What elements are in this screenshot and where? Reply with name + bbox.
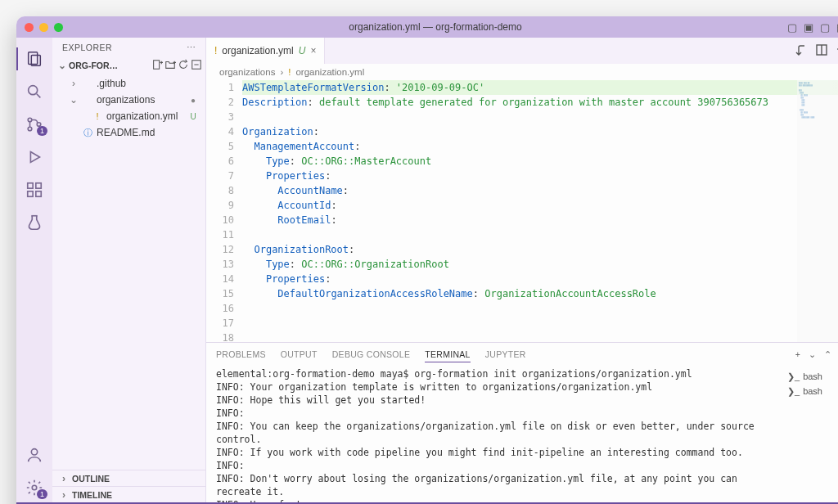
collapse-icon[interactable] xyxy=(191,59,202,72)
code-line[interactable]: OrganizationRoot: xyxy=(242,242,838,257)
timeline-section[interactable]: ›TIMELINE xyxy=(52,486,205,502)
panel-tab-jupyter[interactable]: JUPYTER xyxy=(485,349,526,359)
tab-label: organization.yml xyxy=(222,45,293,56)
code-line[interactable] xyxy=(242,331,838,342)
panel-tab-output[interactable]: OUTPUT xyxy=(281,349,318,359)
code-line[interactable]: Type: OC::ORG::MasterAccount xyxy=(242,154,838,169)
explorer-title: EXPLORER xyxy=(62,43,112,52)
yaml-file-icon: ! xyxy=(288,67,291,77)
panel-body: elemental:org-formation-demo maya$ org-f… xyxy=(206,366,838,502)
code-line[interactable]: AccountName: xyxy=(242,183,838,198)
folder-header[interactable]: ⌄ ORG-FOR… xyxy=(52,57,205,74)
traffic-lights xyxy=(25,23,63,32)
tab-bar: ! organization.yml U × ⋯ xyxy=(206,38,838,64)
maximize-window-button[interactable] xyxy=(54,23,63,32)
compare-changes-icon[interactable] xyxy=(794,43,807,59)
code-line[interactable]: Properties: xyxy=(242,272,838,286)
explorer-sidebar: EXPLORER ⋯ ⌄ ORG-FOR… ›.github⌄organizat… xyxy=(52,38,206,502)
outline-section[interactable]: ›OUTLINE xyxy=(52,470,205,486)
editor-group: ! organization.yml U × ⋯ organizations ›… xyxy=(206,38,838,502)
minimap[interactable]: ████ ███ █████ █████████████ ████ ██ ███… xyxy=(797,80,838,342)
svg-rect-11 xyxy=(36,191,41,196)
new-terminal-icon[interactable]: + xyxy=(795,349,800,359)
terminal-session[interactable]: ❯_bash xyxy=(787,384,838,398)
settings-activity[interactable]: 1 xyxy=(16,473,52,502)
svg-rect-10 xyxy=(28,191,33,196)
panel-tab-problems[interactable]: PROBLEMS xyxy=(216,349,266,359)
folder-name: ORG-FOR… xyxy=(69,61,118,70)
terminal[interactable]: elemental:org-formation-demo maya$ org-f… xyxy=(206,366,781,502)
layout-sidebar-left-icon[interactable]: ▢ xyxy=(787,21,797,34)
panel-tab-terminal[interactable]: TERMINAL xyxy=(425,349,471,362)
chevron-down-icon: ⌄ xyxy=(57,60,67,71)
layout-panel-icon[interactable]: ▣ xyxy=(804,21,813,34)
breadcrumb[interactable]: organizations › ! organization.yml xyxy=(206,64,838,80)
layout-sidebar-right-icon[interactable]: ▢ xyxy=(820,21,830,34)
panel-actions: + ⌄ ⌃ × xyxy=(795,349,838,359)
window-body: 1 1 EXPLORER ⋯ ⌄ ORG-FOR… xyxy=(16,38,838,502)
svg-line-3 xyxy=(37,94,41,98)
tree-item[interactable]: ⌄organizations● xyxy=(52,92,205,108)
chevron-icon: › xyxy=(69,78,79,89)
file-name: .github xyxy=(97,78,126,89)
close-window-button[interactable] xyxy=(25,23,34,32)
tree-item[interactable]: ⓘREADME.md xyxy=(52,124,205,141)
tab-git-status: U xyxy=(299,45,306,56)
code-line[interactable]: Organization: xyxy=(242,124,838,139)
scm-activity[interactable]: 1 xyxy=(16,110,52,139)
code-line[interactable]: Description: default template generated … xyxy=(242,95,838,110)
code-line[interactable]: Properties: xyxy=(242,169,838,183)
chevron-right-icon: › xyxy=(280,67,283,77)
breadcrumb-item[interactable]: organization.yml xyxy=(295,67,364,77)
new-folder-icon[interactable] xyxy=(164,59,176,72)
accounts-activity[interactable] xyxy=(16,440,52,470)
code-editor[interactable]: 123456789101112131415161718 AWSTemplateF… xyxy=(206,80,838,342)
panel-tab-debug-console[interactable]: DEBUG CONSOLE xyxy=(332,349,411,359)
code-line[interactable] xyxy=(242,110,838,124)
code-content[interactable]: AWSTemplateFormatVersion: '2010-09-09-OC… xyxy=(242,80,838,342)
extensions-activity[interactable] xyxy=(16,175,52,205)
terminal-sessions: ❯_bash❯_bash xyxy=(781,366,838,502)
run-debug-activity[interactable] xyxy=(16,142,52,172)
breadcrumb-item[interactable]: organizations xyxy=(219,67,275,77)
tab-organization-yml[interactable]: ! organization.yml U × xyxy=(206,38,325,64)
new-file-icon[interactable] xyxy=(151,59,163,72)
tree-item[interactable]: !organization.ymlU xyxy=(52,108,205,124)
testing-activity[interactable] xyxy=(16,208,52,237)
bottom-panel: PROBLEMSOUTPUTDEBUG CONSOLETERMINALJUPYT… xyxy=(206,342,838,502)
explorer-header: EXPLORER ⋯ xyxy=(52,38,205,57)
file-name: organizations xyxy=(97,94,155,106)
split-editor-icon[interactable] xyxy=(815,43,828,59)
code-line[interactable] xyxy=(242,227,838,242)
code-line[interactable]: AWSTemplateFormatVersion: '2010-09-09-OC… xyxy=(242,80,838,95)
explorer-activity[interactable] xyxy=(16,44,52,74)
svg-rect-8 xyxy=(28,183,33,188)
folder-tools xyxy=(151,59,202,72)
close-tab-icon[interactable]: × xyxy=(310,45,316,56)
git-status: U xyxy=(187,112,199,121)
svg-point-14 xyxy=(32,485,37,490)
code-line[interactable]: DefaultOrganizationAccessRoleName: Organ… xyxy=(242,286,838,301)
search-activity[interactable] xyxy=(16,77,52,106)
refresh-icon[interactable] xyxy=(178,59,189,72)
file-icon: ⓘ xyxy=(82,127,93,139)
maximize-panel-icon[interactable]: ⌃ xyxy=(824,349,831,359)
titlebar: organization.yml — org-formation-demo ▢ … xyxy=(16,16,838,38)
code-line[interactable] xyxy=(242,301,838,316)
svg-point-2 xyxy=(29,86,38,95)
file-name: organization.yml xyxy=(106,110,178,122)
code-line[interactable]: RootEmail: xyxy=(242,213,838,227)
terminal-dropdown-icon[interactable]: ⌄ xyxy=(809,349,816,359)
code-line[interactable]: ManagementAccount: xyxy=(242,139,838,154)
activity-bar: 1 1 xyxy=(16,38,52,502)
explorer-more-icon[interactable]: ⋯ xyxy=(187,43,196,52)
tree-item[interactable]: ›.github xyxy=(52,75,205,92)
svg-rect-15 xyxy=(154,61,160,70)
minimize-window-button[interactable] xyxy=(39,23,48,32)
svg-point-4 xyxy=(28,118,32,122)
code-line[interactable]: Type: OC::ORG::OrganizationRoot xyxy=(242,257,838,272)
terminal-session[interactable]: ❯_bash xyxy=(787,369,838,384)
code-line[interactable]: AccountId: xyxy=(242,198,838,213)
code-line[interactable] xyxy=(242,316,838,331)
svg-marker-7 xyxy=(30,152,39,163)
